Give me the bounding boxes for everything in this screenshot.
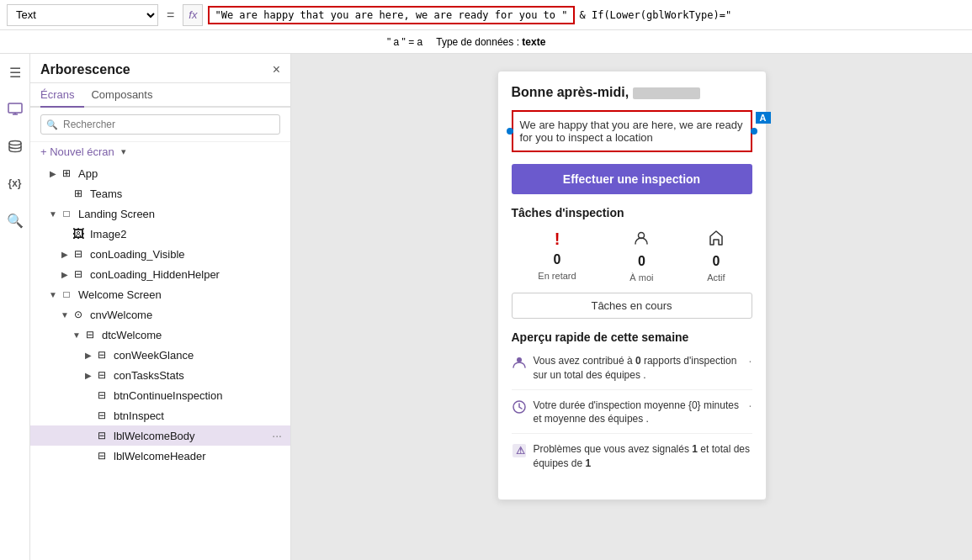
main-layout: ☰ {x} 🔍 Arborescence × Écrans (0, 54, 972, 560)
tab-screens[interactable]: Écrans (40, 83, 84, 108)
chevron-conloading-visible: ▶ (59, 250, 71, 259)
tree-search-area (30, 108, 290, 142)
tree-item-btninspect[interactable]: ⊟ btnInspect (30, 405, 290, 425)
icon-btninspect: ⊟ (94, 408, 109, 423)
task-actif-icon (708, 230, 725, 251)
icon-landing: □ (59, 206, 74, 221)
tree-item-contasksstats[interactable]: ▶ ⊟ conTasksStats (30, 365, 290, 385)
apercu-scroll-0: · (749, 354, 752, 367)
fx-label: fx (189, 8, 197, 21)
data-icon[interactable] (3, 135, 27, 158)
apercu-icon-2: ⚠ (512, 443, 527, 462)
label-conloading-visible: conLoading_Visible (90, 248, 285, 261)
icon-cnvwelcome: ⊙ (71, 307, 86, 322)
apercu-icon-1 (512, 399, 527, 418)
label-dtcwelcome: dtcWelcome (102, 329, 285, 341)
label-cnvwelcome: cnvWelcome (90, 309, 285, 321)
tree-panel: Arborescence × Écrans Composants + Nouve… (30, 54, 291, 560)
top-bar: Text = fx "We are happy that you are her… (0, 0, 972, 30)
formula-row2: " a " = a Type de données : texte (0, 30, 972, 54)
icon-teams: ⊞ (71, 186, 86, 201)
chevron-conloading-hidden: ▶ (59, 270, 71, 279)
tree-item-image2[interactable]: 🖼 Image2 (30, 224, 290, 244)
label-image2: Image2 (90, 228, 285, 240)
tree-item-conweekglance[interactable]: ▶ ⊟ conWeekGlance (30, 345, 290, 365)
svg-text:⚠: ⚠ (516, 445, 525, 457)
chevron-conweekglance: ▶ (82, 351, 94, 360)
welcome-text-box: We are happy that you are here, we are r… (512, 110, 752, 152)
tree-item-btncontinueinspection[interactable]: ⊟ btnContinueInspection (30, 385, 290, 405)
icon-conloading-hidden: ⊟ (71, 267, 86, 282)
apercu-scroll-1: · (749, 399, 752, 412)
tree-item-cnvwelcome[interactable]: ▼ ⊙ cnvWelcome (30, 304, 290, 325)
item-dots-lblwelcomebody[interactable]: ··· (268, 429, 285, 442)
icon-dtcwelcome: ⊟ (82, 327, 98, 342)
screens-icon[interactable] (3, 98, 27, 121)
tree-item-conloading-visible[interactable]: ▶ ⊟ conLoading_Visible (30, 244, 290, 264)
apercu-icon-0 (512, 355, 527, 373)
inspect-button[interactable]: Effectuer une inspection (512, 164, 752, 194)
a-badge: A (756, 112, 771, 124)
apercu-item-2: ⚠ Problèmes que vous avez signalés 1 et … (512, 442, 752, 478)
chevron-contasksstats: ▶ (82, 371, 94, 380)
chevron-welcome: ▼ (47, 290, 59, 299)
tree-item-dtcwelcome[interactable]: ▼ ⊟ dtcWelcome (30, 325, 290, 345)
apercu-section: Aperçu rapide de cette semaine Vous avez… (512, 330, 752, 478)
apercu-item-0: Vous avez contribué à 0 rapports d'inspe… (512, 354, 752, 390)
icon-contasksstats: ⊟ (94, 367, 109, 383)
type-label: Type de données : texte (436, 36, 545, 48)
tab-components[interactable]: Composants (91, 83, 162, 108)
task-actif-label: Actif (707, 272, 725, 283)
variables-icon[interactable]: {x} (3, 172, 27, 195)
tree-item-conloading-hidden[interactable]: ▶ ⊟ conLoading_HiddenHelper (30, 264, 290, 284)
icon-conweekglance: ⊟ (94, 347, 109, 362)
icon-btncontinue: ⊟ (94, 388, 109, 403)
new-screen-button[interactable]: + Nouvel écran ▾ (30, 142, 290, 163)
property-select[interactable]: Text (7, 4, 158, 26)
label-lblwelcomeheader: lblWelcomeHeader (114, 450, 285, 462)
label-landing: Landing Screen (78, 208, 285, 220)
task-en-retard-icon: ! (555, 230, 560, 249)
label-lblwelcomebody: lblWelcomeBody (114, 430, 268, 442)
label-btncontinue: btnContinueInspection (114, 389, 285, 402)
greeting-text: Bonne après-midi, (512, 85, 752, 100)
name-blur (633, 87, 700, 99)
task-en-retard: ! 0 En retard (538, 230, 576, 283)
canvas-area: Carte Bonne après-midi, We are happy tha… (291, 54, 972, 560)
apercu-item-1: Votre durée d'inspection moyenne {0} min… (512, 399, 752, 435)
tree-tabs: Écrans Composants (30, 83, 290, 108)
chevron-cnvwelcome: ▼ (59, 310, 71, 320)
tree-item-lblwelcomeheader[interactable]: ⊟ lblWelcomeHeader (30, 446, 290, 466)
tree-close-button[interactable]: × (273, 62, 280, 77)
hamburger-icon[interactable]: ☰ (3, 61, 27, 84)
task-a-moi: 0 À moi (629, 230, 653, 283)
icon-lblwelcomeheader: ⊟ (94, 448, 109, 463)
icon-image2: 🖼 (71, 226, 86, 241)
formula-eq-part: " a " = a (387, 36, 422, 48)
icon-rail: ☰ {x} 🔍 (0, 54, 30, 560)
fx-indicator: fx (183, 4, 203, 26)
tree-item-landing-screen[interactable]: ▼ □ Landing Screen (30, 203, 290, 224)
task-actif-count: 0 (712, 254, 720, 269)
search-icon[interactable]: 🔍 (3, 209, 27, 232)
tree-item-app[interactable]: ▶ ⊞ App (30, 163, 290, 183)
label-app: App (78, 167, 285, 180)
taches-en-cours-button[interactable]: Tâches en cours (512, 293, 752, 319)
task-a-moi-count: 0 (638, 254, 645, 269)
icon-conloading-visible: ⊟ (71, 246, 86, 262)
tree-item-lblwelcomebody[interactable]: ⊟ lblWelcomeBody ··· (30, 425, 290, 446)
search-input[interactable] (40, 114, 280, 135)
tasks-row: ! 0 En retard 0 À moi (512, 230, 752, 283)
label-conweekglance: conWeekGlance (114, 349, 285, 362)
task-en-retard-count: 0 (554, 252, 561, 267)
apercu-title: Aperçu rapide de cette semaine (512, 330, 752, 344)
tree-item-teams[interactable]: ⊞ Teams (30, 183, 290, 203)
formula-input[interactable]: "We are happy that you are here, we are … (208, 6, 574, 24)
formula-suffix: & If(Lower(gblWorkType)=" (580, 9, 732, 21)
tree-body: ▶ ⊞ App ⊞ Teams ▼ □ Landing Screen 🖼 Ima… (30, 163, 290, 560)
handle-left (507, 128, 513, 135)
tree-item-welcome-screen[interactable]: ▼ □ Welcome Screen (30, 284, 290, 304)
task-actif: 0 Actif (707, 230, 725, 283)
tasks-title: Tâches d'inspection (512, 206, 752, 219)
apercu-text-1: Votre durée d'inspection moyenne {0} min… (534, 399, 742, 427)
